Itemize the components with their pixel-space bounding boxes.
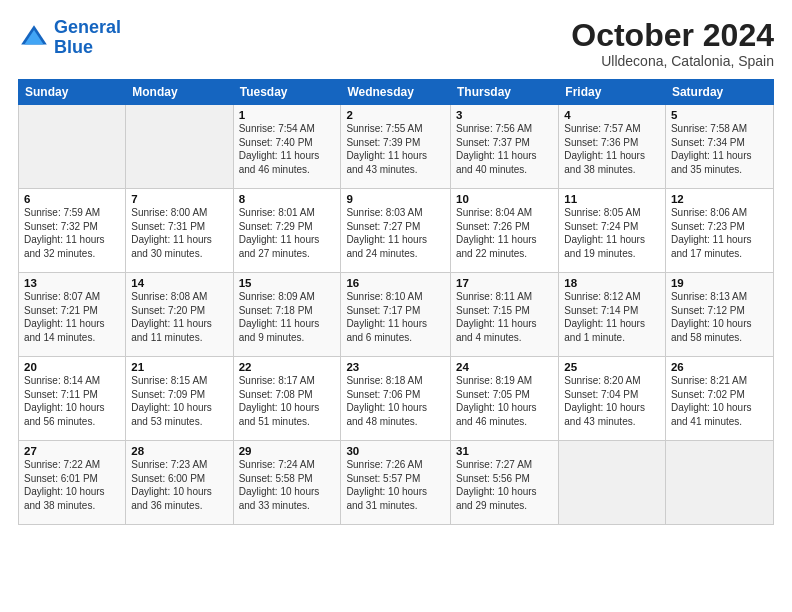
calendar-table: SundayMondayTuesdayWednesdayThursdayFrid… — [18, 79, 774, 525]
day-cell: 23Sunrise: 8:18 AM Sunset: 7:06 PM Dayli… — [341, 357, 451, 441]
day-detail: Sunrise: 8:20 AM Sunset: 7:04 PM Dayligh… — [564, 374, 660, 428]
day-detail: Sunrise: 7:54 AM Sunset: 7:40 PM Dayligh… — [239, 122, 336, 176]
day-cell — [19, 105, 126, 189]
day-cell: 6Sunrise: 7:59 AM Sunset: 7:32 PM Daylig… — [19, 189, 126, 273]
day-cell: 20Sunrise: 8:14 AM Sunset: 7:11 PM Dayli… — [19, 357, 126, 441]
day-cell: 15Sunrise: 8:09 AM Sunset: 7:18 PM Dayli… — [233, 273, 341, 357]
logo-icon — [18, 22, 50, 54]
column-header-tuesday: Tuesday — [233, 80, 341, 105]
day-detail: Sunrise: 7:26 AM Sunset: 5:57 PM Dayligh… — [346, 458, 445, 512]
day-detail: Sunrise: 8:03 AM Sunset: 7:27 PM Dayligh… — [346, 206, 445, 260]
day-number: 12 — [671, 193, 768, 205]
column-header-sunday: Sunday — [19, 80, 126, 105]
day-cell: 9Sunrise: 8:03 AM Sunset: 7:27 PM Daylig… — [341, 189, 451, 273]
day-cell: 24Sunrise: 8:19 AM Sunset: 7:05 PM Dayli… — [450, 357, 558, 441]
page: General Blue October 2024 Ulldecona, Cat… — [0, 0, 792, 612]
day-number: 8 — [239, 193, 336, 205]
day-number: 10 — [456, 193, 553, 205]
week-row-5: 27Sunrise: 7:22 AM Sunset: 6:01 PM Dayli… — [19, 441, 774, 525]
day-detail: Sunrise: 7:56 AM Sunset: 7:37 PM Dayligh… — [456, 122, 553, 176]
day-detail: Sunrise: 8:10 AM Sunset: 7:17 PM Dayligh… — [346, 290, 445, 344]
day-detail: Sunrise: 8:07 AM Sunset: 7:21 PM Dayligh… — [24, 290, 120, 344]
day-number: 24 — [456, 361, 553, 373]
header: General Blue October 2024 Ulldecona, Cat… — [18, 18, 774, 69]
day-cell — [126, 105, 233, 189]
day-number: 21 — [131, 361, 227, 373]
day-cell: 25Sunrise: 8:20 AM Sunset: 7:04 PM Dayli… — [559, 357, 666, 441]
day-detail: Sunrise: 7:22 AM Sunset: 6:01 PM Dayligh… — [24, 458, 120, 512]
day-number: 7 — [131, 193, 227, 205]
day-detail: Sunrise: 8:18 AM Sunset: 7:06 PM Dayligh… — [346, 374, 445, 428]
day-number: 31 — [456, 445, 553, 457]
calendar-header-row: SundayMondayTuesdayWednesdayThursdayFrid… — [19, 80, 774, 105]
day-detail: Sunrise: 7:23 AM Sunset: 6:00 PM Dayligh… — [131, 458, 227, 512]
day-number: 19 — [671, 277, 768, 289]
day-number: 3 — [456, 109, 553, 121]
title-block: October 2024 Ulldecona, Catalonia, Spain — [571, 18, 774, 69]
day-number: 5 — [671, 109, 768, 121]
day-detail: Sunrise: 8:05 AM Sunset: 7:24 PM Dayligh… — [564, 206, 660, 260]
column-header-thursday: Thursday — [450, 80, 558, 105]
column-header-saturday: Saturday — [665, 80, 773, 105]
week-row-3: 13Sunrise: 8:07 AM Sunset: 7:21 PM Dayli… — [19, 273, 774, 357]
day-number: 22 — [239, 361, 336, 373]
day-cell: 18Sunrise: 8:12 AM Sunset: 7:14 PM Dayli… — [559, 273, 666, 357]
day-detail: Sunrise: 7:27 AM Sunset: 5:56 PM Dayligh… — [456, 458, 553, 512]
day-detail: Sunrise: 8:01 AM Sunset: 7:29 PM Dayligh… — [239, 206, 336, 260]
day-cell: 13Sunrise: 8:07 AM Sunset: 7:21 PM Dayli… — [19, 273, 126, 357]
day-detail: Sunrise: 8:00 AM Sunset: 7:31 PM Dayligh… — [131, 206, 227, 260]
logo-text: General Blue — [54, 18, 121, 58]
day-cell: 16Sunrise: 8:10 AM Sunset: 7:17 PM Dayli… — [341, 273, 451, 357]
day-cell: 30Sunrise: 7:26 AM Sunset: 5:57 PM Dayli… — [341, 441, 451, 525]
column-header-monday: Monday — [126, 80, 233, 105]
day-detail: Sunrise: 7:55 AM Sunset: 7:39 PM Dayligh… — [346, 122, 445, 176]
day-detail: Sunrise: 7:57 AM Sunset: 7:36 PM Dayligh… — [564, 122, 660, 176]
day-number: 29 — [239, 445, 336, 457]
logo-line2: Blue — [54, 37, 93, 57]
day-detail: Sunrise: 8:13 AM Sunset: 7:12 PM Dayligh… — [671, 290, 768, 344]
day-cell: 19Sunrise: 8:13 AM Sunset: 7:12 PM Dayli… — [665, 273, 773, 357]
day-number: 30 — [346, 445, 445, 457]
week-row-1: 1Sunrise: 7:54 AM Sunset: 7:40 PM Daylig… — [19, 105, 774, 189]
day-number: 9 — [346, 193, 445, 205]
day-detail: Sunrise: 8:15 AM Sunset: 7:09 PM Dayligh… — [131, 374, 227, 428]
day-cell: 31Sunrise: 7:27 AM Sunset: 5:56 PM Dayli… — [450, 441, 558, 525]
day-number: 13 — [24, 277, 120, 289]
day-number: 14 — [131, 277, 227, 289]
column-header-wednesday: Wednesday — [341, 80, 451, 105]
location: Ulldecona, Catalonia, Spain — [571, 53, 774, 69]
day-number: 23 — [346, 361, 445, 373]
day-number: 20 — [24, 361, 120, 373]
day-cell: 21Sunrise: 8:15 AM Sunset: 7:09 PM Dayli… — [126, 357, 233, 441]
day-detail: Sunrise: 8:17 AM Sunset: 7:08 PM Dayligh… — [239, 374, 336, 428]
day-number: 28 — [131, 445, 227, 457]
day-detail: Sunrise: 8:04 AM Sunset: 7:26 PM Dayligh… — [456, 206, 553, 260]
day-detail: Sunrise: 8:19 AM Sunset: 7:05 PM Dayligh… — [456, 374, 553, 428]
day-detail: Sunrise: 7:58 AM Sunset: 7:34 PM Dayligh… — [671, 122, 768, 176]
day-cell: 10Sunrise: 8:04 AM Sunset: 7:26 PM Dayli… — [450, 189, 558, 273]
day-cell: 12Sunrise: 8:06 AM Sunset: 7:23 PM Dayli… — [665, 189, 773, 273]
day-number: 26 — [671, 361, 768, 373]
day-cell — [665, 441, 773, 525]
day-detail: Sunrise: 8:21 AM Sunset: 7:02 PM Dayligh… — [671, 374, 768, 428]
day-detail: Sunrise: 8:09 AM Sunset: 7:18 PM Dayligh… — [239, 290, 336, 344]
day-cell: 17Sunrise: 8:11 AM Sunset: 7:15 PM Dayli… — [450, 273, 558, 357]
logo-line1: General — [54, 17, 121, 37]
day-cell: 22Sunrise: 8:17 AM Sunset: 7:08 PM Dayli… — [233, 357, 341, 441]
day-cell: 8Sunrise: 8:01 AM Sunset: 7:29 PM Daylig… — [233, 189, 341, 273]
day-detail: Sunrise: 7:24 AM Sunset: 5:58 PM Dayligh… — [239, 458, 336, 512]
day-number: 18 — [564, 277, 660, 289]
day-number: 1 — [239, 109, 336, 121]
day-number: 17 — [456, 277, 553, 289]
day-detail: Sunrise: 8:11 AM Sunset: 7:15 PM Dayligh… — [456, 290, 553, 344]
day-cell: 4Sunrise: 7:57 AM Sunset: 7:36 PM Daylig… — [559, 105, 666, 189]
day-detail: Sunrise: 7:59 AM Sunset: 7:32 PM Dayligh… — [24, 206, 120, 260]
day-cell: 26Sunrise: 8:21 AM Sunset: 7:02 PM Dayli… — [665, 357, 773, 441]
day-cell: 29Sunrise: 7:24 AM Sunset: 5:58 PM Dayli… — [233, 441, 341, 525]
day-cell: 7Sunrise: 8:00 AM Sunset: 7:31 PM Daylig… — [126, 189, 233, 273]
day-detail: Sunrise: 8:08 AM Sunset: 7:20 PM Dayligh… — [131, 290, 227, 344]
week-row-4: 20Sunrise: 8:14 AM Sunset: 7:11 PM Dayli… — [19, 357, 774, 441]
week-row-2: 6Sunrise: 7:59 AM Sunset: 7:32 PM Daylig… — [19, 189, 774, 273]
month-title: October 2024 — [571, 18, 774, 53]
day-number: 6 — [24, 193, 120, 205]
